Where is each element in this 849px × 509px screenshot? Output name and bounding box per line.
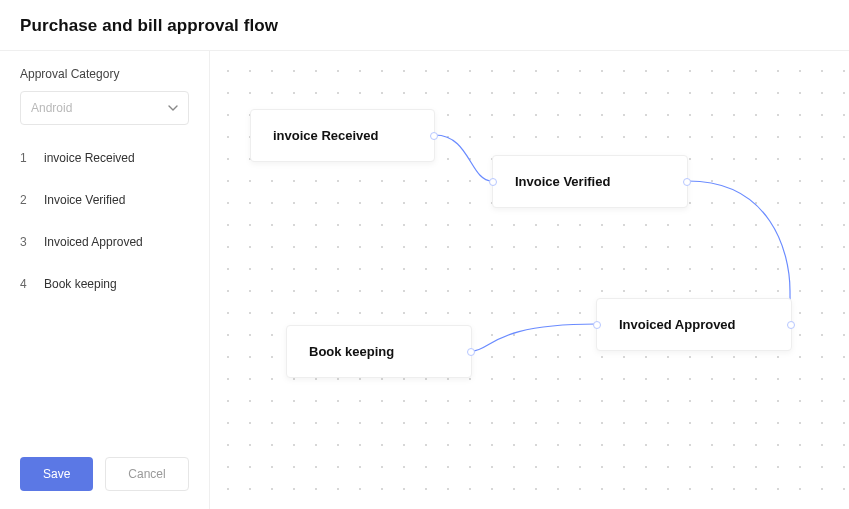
spacer [20, 305, 189, 457]
step-item-3[interactable]: 3 Invoiced Approved [20, 221, 189, 263]
step-label: Invoice Verified [44, 193, 125, 207]
save-button[interactable]: Save [20, 457, 93, 491]
node-label: Invoiced Approved [619, 317, 736, 332]
step-label: Book keeping [44, 277, 117, 291]
wire-3-4 [472, 324, 596, 351]
step-number: 1 [20, 151, 30, 165]
app-root: Purchase and bill approval flow Approval… [0, 0, 849, 509]
category-select[interactable]: Android [20, 91, 189, 125]
node-label: invoice Received [273, 128, 379, 143]
port-out[interactable] [467, 348, 475, 356]
step-item-1[interactable]: 1 invoice Received [20, 137, 189, 179]
step-item-4[interactable]: 4 Book keeping [20, 263, 189, 305]
step-number: 3 [20, 235, 30, 249]
page-title: Purchase and bill approval flow [20, 16, 829, 36]
node-invoiced-approved[interactable]: Invoiced Approved [596, 298, 792, 351]
page-body: Approval Category Android 1 invoice Rece… [0, 51, 849, 509]
node-label: Invoice Verified [515, 174, 610, 189]
step-list: 1 invoice Received 2 Invoice Verified 3 … [20, 137, 189, 305]
port-in[interactable] [489, 178, 497, 186]
port-out[interactable] [787, 321, 795, 329]
node-invoice-received[interactable]: invoice Received [250, 109, 435, 162]
node-book-keeping[interactable]: Book keeping [286, 325, 472, 378]
chevron-down-icon [168, 103, 178, 113]
sidebar: Approval Category Android 1 invoice Rece… [0, 51, 210, 509]
step-item-2[interactable]: 2 Invoice Verified [20, 179, 189, 221]
cancel-button[interactable]: Cancel [105, 457, 188, 491]
step-number: 4 [20, 277, 30, 291]
category-label: Approval Category [20, 67, 189, 81]
step-number: 2 [20, 193, 30, 207]
port-in[interactable] [593, 321, 601, 329]
action-bar: Save Cancel [20, 457, 189, 491]
page-header: Purchase and bill approval flow [0, 0, 849, 51]
node-invoice-verified[interactable]: Invoice Verified [492, 155, 688, 208]
node-label: Book keeping [309, 344, 394, 359]
flow-canvas[interactable]: invoice Received Invoice Verified Invoic… [210, 51, 849, 509]
step-label: invoice Received [44, 151, 135, 165]
port-out[interactable] [683, 178, 691, 186]
wire-1-2 [435, 135, 492, 181]
category-value: Android [31, 101, 72, 115]
step-label: Invoiced Approved [44, 235, 143, 249]
port-out[interactable] [430, 132, 438, 140]
